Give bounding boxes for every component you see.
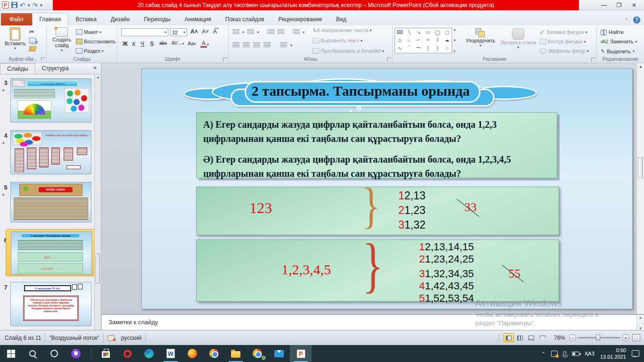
quick-styles-button[interactable]: Экспресс-стили▾ — [498, 28, 538, 49]
text-shadow-button[interactable]: S — [149, 41, 155, 47]
select-button[interactable]: ⇖Выделить▾ — [601, 48, 635, 54]
strikethrough-button[interactable]: abc — [158, 41, 168, 46]
columns-icon[interactable] — [280, 42, 287, 48]
clear-formatting-icon[interactable]: A͠ — [212, 28, 218, 35]
panel-scroll-up-icon[interactable]: ▲ — [95, 75, 101, 79]
customize-qat-icon[interactable]: ▾ — [40, 3, 42, 8]
powerpoint-app-icon[interactable]: P — [2, 1, 9, 8]
slide-sorter-view-button[interactable] — [515, 333, 525, 342]
store-button[interactable] — [95, 345, 116, 362]
clock[interactable]: 0:50 13.01.2021 — [600, 347, 626, 361]
shape-fill-button[interactable]: 🖉Заливка фигуры▾ — [540, 29, 587, 35]
voice-assistant-button[interactable] — [65, 345, 87, 362]
font-size-combo[interactable]: 32▾ — [170, 28, 187, 36]
slide-title-cloud[interactable]: 2 тапсырма. Тапсырманы орында — [183, 76, 538, 107]
activation-tray-icon[interactable] — [551, 351, 558, 357]
tab-transitions[interactable]: Переходы — [137, 13, 177, 25]
start-button[interactable] — [0, 345, 22, 362]
undo-icon[interactable]: ↶ — [20, 2, 25, 8]
arrow-shape-icon[interactable]: ↘ — [417, 30, 421, 35]
numbering-icon[interactable] — [247, 29, 254, 35]
line-spacing-icon[interactable] — [293, 29, 300, 35]
reading-view-button[interactable] — [526, 333, 537, 342]
gallery-more-icon[interactable]: ⊽ — [453, 49, 456, 53]
italic-button[interactable]: К — [131, 41, 137, 48]
answer-box-1[interactable]: 123 } 12,13 21,23 31,32 33 — [196, 187, 559, 235]
tab-view[interactable]: Вид — [329, 13, 354, 25]
underline-button[interactable]: Ч — [139, 41, 146, 47]
grow-font-icon[interactable]: A˄ — [189, 28, 199, 35]
tab-slides-panel[interactable]: Слайды — [0, 63, 35, 74]
tab-file[interactable]: Файл — [1, 13, 32, 25]
slide-thumbnail-6-selected[interactable]: 2 тапсырма. Тапсырманы орында 123 ⎱ ····… — [6, 229, 96, 276]
slideshow-view-button[interactable] — [537, 333, 548, 342]
file-explorer-button[interactable] — [225, 345, 247, 362]
zoom-percent[interactable]: 76% — [554, 335, 565, 341]
font-dialog-launcher[interactable] — [223, 58, 227, 62]
paragraph-dialog-launcher[interactable] — [387, 58, 391, 62]
tab-insert[interactable]: Вставка — [68, 13, 104, 25]
scribble-shape-icon[interactable]: ∿ — [398, 46, 402, 51]
font-name-combo[interactable]: ▾ — [121, 28, 168, 36]
spellcheck-icon[interactable] — [107, 335, 115, 341]
slide-thumbnail-7[interactable]: 3 тапсырма 70 бет 100 метрге жүгіруден ф… — [10, 282, 91, 326]
format-painter-icon[interactable] — [29, 46, 36, 51]
zoom-in-icon[interactable]: + — [622, 334, 629, 341]
zoom-slider[interactable] — [578, 337, 620, 338]
layout-button[interactable]: Макет▾ — [76, 29, 101, 35]
decrease-indent-icon[interactable] — [267, 29, 274, 35]
elbow-arrow-shape-icon[interactable]: ⌐ — [417, 37, 420, 42]
language-indicator[interactable]: русский — [121, 335, 141, 341]
rectangle-shape-icon[interactable]: ▭ — [426, 30, 430, 35]
arrange-button[interactable]: Упорядочить▾ — [463, 28, 497, 48]
cloud-shape-icon[interactable]: ☁ — [445, 37, 449, 42]
shape-outline-button[interactable]: Контур фигуры▾ — [540, 39, 586, 44]
star-shape-icon[interactable]: ☆ — [445, 46, 449, 51]
align-right-icon[interactable] — [253, 42, 260, 48]
cortana-button[interactable] — [43, 345, 65, 362]
tab-slideshow[interactable]: Показ слайдов — [218, 13, 272, 25]
slide-thumbnail-4[interactable]: Таңдап алу тәсілін түсіндіру: — [10, 130, 91, 174]
normal-view-button[interactable] — [504, 333, 514, 342]
shrink-font-icon[interactable]: A˅ — [200, 28, 210, 35]
rounded-rect-shape-icon[interactable]: ▢ — [445, 30, 449, 35]
answer-box-2[interactable]: 1,2,3,4,5 } 12,13,14,15 21,23,24,25 31,3… — [196, 239, 559, 302]
restore-button[interactable]: ❐ — [612, 1, 626, 9]
help-icon[interactable]: ? — [633, 16, 640, 24]
bold-button[interactable]: Ж — [121, 41, 129, 47]
char-spacing-button[interactable]: AV↔▾ — [170, 41, 186, 46]
line-shape-icon[interactable]: ╲ — [408, 30, 411, 35]
smartart-button[interactable]: Преобразовать в SmartArt▾ — [313, 48, 384, 54]
down-arrow-shape-icon[interactable]: ⇩ — [436, 37, 439, 42]
slide-thumbnail-3[interactable]: 1 тапсырма (89бет) — [10, 78, 91, 123]
section-button[interactable]: Раздел▾ — [76, 48, 104, 54]
collapse-ribbon-icon[interactable]: ⌃ — [625, 17, 628, 23]
right-brace-shape-icon[interactable]: } — [437, 46, 438, 51]
left-brace-shape-icon[interactable]: { — [427, 46, 429, 51]
chrome-button[interactable] — [203, 345, 225, 362]
tab-home[interactable]: Главная — [32, 13, 69, 25]
triangle-shape-icon[interactable]: △ — [398, 37, 402, 42]
paste-button[interactable]: Вставить▾ — [5, 27, 26, 50]
copy-icon[interactable]: ▾ — [29, 37, 38, 45]
tab-outline-panel[interactable]: Структура — [35, 63, 75, 74]
align-text-button[interactable]: Выровнять текст▾ — [313, 38, 363, 43]
reset-button[interactable]: Восстановить — [76, 39, 116, 44]
increase-indent-icon[interactable] — [277, 29, 284, 35]
font-color-button[interactable]: А — [200, 41, 207, 48]
redo-icon[interactable]: ↷ — [32, 2, 38, 8]
align-left-icon[interactable] — [232, 42, 239, 48]
oval-shape-icon[interactable]: ◯ — [435, 30, 440, 35]
find-button[interactable]: Найти — [601, 29, 623, 35]
gallery-down-icon[interactable]: ▼ — [453, 39, 456, 42]
textbox-shape-icon[interactable]: A≡ — [397, 30, 403, 34]
edge-button[interactable] — [138, 345, 160, 362]
opera-button[interactable] — [116, 345, 138, 362]
notes-scrollbar[interactable]: ▲▼ — [636, 315, 644, 331]
microphone-icon[interactable] — [563, 351, 566, 356]
zoom-out-icon[interactable]: − — [569, 334, 576, 341]
slide-canvas[interactable]: 2 тапсырма. Тапсырманы орында А) Егер са… — [141, 68, 633, 309]
undo-dropdown-icon[interactable]: ▾ — [28, 3, 30, 8]
text-direction-button[interactable]: ⇅AНаправление текста▾ — [313, 27, 372, 33]
replace-button[interactable]: ab⤸Заменить▾ — [601, 39, 637, 44]
